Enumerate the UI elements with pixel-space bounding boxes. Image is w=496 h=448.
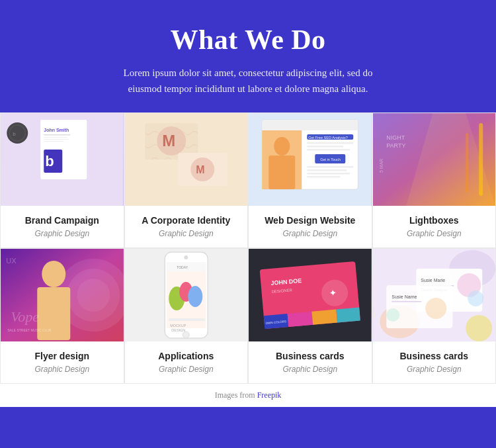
portfolio-grid: John Smith b Book Cover b Brand Campaign… [0,112,496,384]
svg-rect-36 [307,173,350,175]
grid-item-applications: TODAY MOCKUP DESIGN Applications Graphic… [124,248,249,384]
grid-item-web-design: Get Free SEO Analysis? Get in Touch Web … [248,112,372,248]
svg-rect-3 [44,134,70,136]
svg-text:TODAY: TODAY [177,265,188,269]
corporate-identity-image: M M [125,113,248,206]
svg-text:Vope: Vope [11,308,39,325]
svg-rect-23 [262,120,358,130]
web-design-category: Graphic Design [257,229,364,238]
flyer-image: Vope SALE STREET MUSIC CLUB UX [1,249,124,341]
brand-campaign-title: Brand Campaign [9,215,116,226]
applications-title: Applications [133,351,240,361]
biz-cards-2-title: Business cards [381,351,488,361]
lightboxes-title: Lightboxes [381,215,488,226]
svg-text:PARTY: PARTY [386,142,405,149]
svg-rect-30 [307,146,343,148]
footer-text: Images from [215,390,257,400]
svg-text:Book Cover: Book Cover [44,173,62,177]
applications-image: TODAY MOCKUP DESIGN [125,249,248,341]
grid-item-corporate-identity: M M A Corporate Identity Graphic Design [124,112,249,248]
svg-rect-76 [311,310,337,325]
svg-rect-43 [479,123,483,196]
svg-point-25 [274,137,290,156]
brand-campaign-category: Graphic Design [9,229,116,238]
web-design-info: Web Design Website Graphic Design [249,206,372,247]
svg-text:5 MAR: 5 MAR [379,159,384,173]
biz-cards-1-info: Business cards Graphic Design [249,341,372,383]
svg-text:John Smith: John Smith [44,128,69,132]
svg-point-88 [468,291,483,306]
flyer-title: Flyer design [9,351,116,361]
svg-point-10 [7,122,28,144]
flyer-category: Graphic Design [9,365,116,374]
svg-text:b: b [45,153,54,169]
svg-rect-6 [44,141,63,142]
brand-campaign-info: Brand Campaign Graphic Design [1,206,124,247]
svg-text:Get in Touch: Get in Touch [320,157,341,161]
corporate-identity-title: A Corporate Identity [133,215,240,226]
svg-rect-5 [44,139,69,140]
svg-text:DESIGN: DESIGN [171,328,185,332]
biz-cards-1-image: JOHN DOE DESIGNER ✦ OWN COLORS [249,249,372,341]
page-description: Lorem ipsum dolor sit amet, consectetur … [109,65,387,97]
svg-text:NIGHT: NIGHT [386,134,405,141]
svg-point-93 [386,308,399,322]
svg-point-82 [466,315,492,341]
svg-point-62 [188,286,202,307]
svg-text:✦: ✦ [328,287,337,298]
svg-rect-63 [169,318,205,321]
svg-point-48 [77,279,110,312]
svg-rect-37 [307,176,340,178]
svg-text:Get Free SEO Analysis?: Get Free SEO Analysis? [308,136,348,140]
svg-rect-77 [336,308,360,323]
applications-category: Graphic Design [133,365,240,374]
svg-rect-29 [307,142,353,144]
svg-point-92 [425,298,446,319]
grid-item-flyer: Vope SALE STREET MUSIC CLUB UX Flyer des… [0,248,124,384]
applications-info: Applications Graphic Design [125,341,248,383]
svg-rect-50 [37,287,70,340]
freepik-link[interactable]: Freepik [257,390,282,400]
biz-cards-2-info: Business cards Graphic Design [373,341,496,383]
biz-cards-1-title: Business cards [257,351,364,361]
lightboxes-image: NIGHT PARTY 5 MAR [373,113,496,206]
grid-item-lightboxes: NIGHT PARTY 5 MAR Lightboxes Graphic Des… [372,112,497,248]
svg-point-49 [42,261,65,287]
lightboxes-info: Lightboxes Graphic Design [373,206,496,247]
footer-credit: Images from Freepik [0,384,496,407]
svg-text:M: M [162,132,175,150]
svg-text:Susie Marie: Susie Marie [421,278,445,283]
svg-rect-91 [392,301,421,302]
grid-item-brand-campaign: John Smith b Book Cover b Brand Campaign… [0,112,124,248]
svg-text:MOCKUP: MOCKUP [170,324,186,328]
svg-rect-44 [466,133,468,193]
svg-text:UX: UX [6,257,17,265]
svg-text:b: b [13,131,16,137]
grid-item-biz-cards-2: Susie Marie Creative Designer Susie Name… [372,248,497,384]
svg-rect-34 [307,166,353,168]
svg-text:Susie Name: Susie Name [392,294,417,299]
grid-item-biz-cards-1: JOHN DOE DESIGNER ✦ OWN COLORS Business … [248,248,372,384]
biz-cards-2-category: Graphic Design [381,365,488,374]
svg-rect-35 [307,169,347,171]
corporate-identity-info: A Corporate Identity Graphic Design [125,206,248,247]
page-title: What We Do [109,24,387,56]
brand-campaign-image: John Smith b Book Cover b [1,113,124,206]
svg-rect-75 [288,312,313,327]
web-design-title: Web Design Website [257,215,364,226]
biz-cards-2-image: Susie Marie Creative Designer Susie Name [373,249,496,341]
page-header: What We Do Lorem ipsum dolor sit amet, c… [83,0,413,112]
svg-point-67 [183,332,189,338]
web-design-image: Get Free SEO Analysis? Get in Touch [249,113,372,206]
biz-cards-1-category: Graphic Design [257,365,364,374]
svg-point-66 [184,255,188,259]
svg-text:M: M [196,164,204,175]
svg-text:SALE STREET MUSIC CLUB: SALE STREET MUSIC CLUB [7,328,52,332]
corporate-identity-category: Graphic Design [133,229,240,238]
svg-rect-4 [44,137,67,138]
svg-rect-26 [269,156,295,189]
svg-rect-31 [307,149,350,151]
lightboxes-category: Graphic Design [381,229,488,238]
flyer-info: Flyer design Graphic Design [1,341,124,383]
